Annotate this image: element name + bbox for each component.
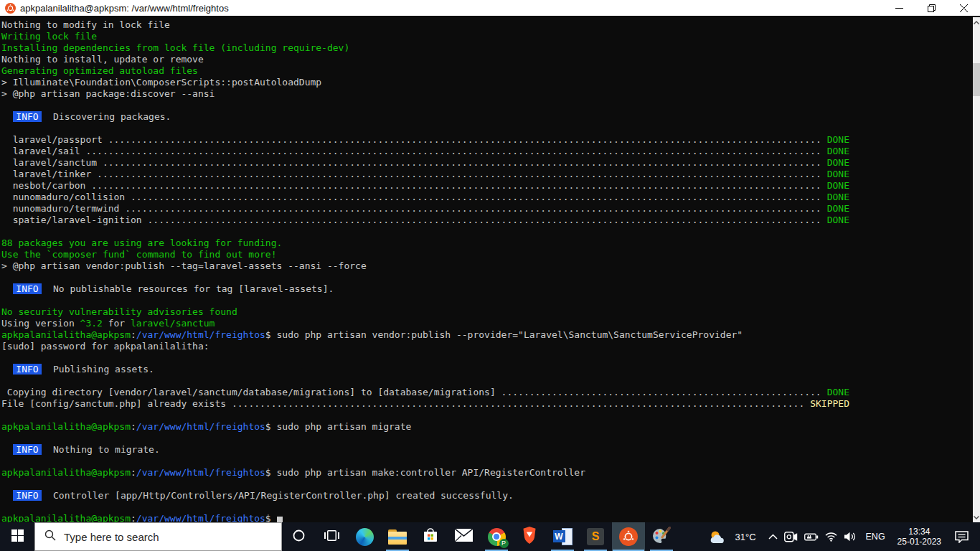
terminal-line: Use the `composer fund` command to find …: [1, 249, 973, 260]
action-center-icon[interactable]: [951, 531, 973, 543]
terminal-line: Writing lock file: [1, 31, 973, 42]
terminal-line: Generating optimized autoload files: [1, 65, 973, 77]
text-segment: apkpalanilalitha@apkpsm: [1, 421, 131, 432]
text-segment: DONE: [821, 146, 849, 157]
terminal-line: INFO No publishable resources for tag [l…: [1, 283, 973, 295]
search-icon: [44, 529, 56, 544]
text-segment: DONE: [821, 169, 849, 180]
taskbar-chrome-button[interactable]: P: [480, 522, 513, 551]
terminal-line: apkpalanilalitha@apkpsm:/var/www/html/fr…: [1, 421, 973, 433]
scrollbar-thumb[interactable]: [973, 63, 980, 96]
clock[interactable]: 13:34 25-01-2023: [895, 527, 944, 547]
meet-now-icon[interactable]: [784, 532, 798, 542]
terminal-line: INFO Controller [app/Http/Controllers/AP…: [1, 490, 973, 501]
brave-icon: [522, 527, 537, 547]
terminal-line: laravel/sanctum ........................…: [1, 157, 849, 169]
terminal-line: nunomaduro/termwind ....................…: [1, 203, 849, 215]
taskbar-paint-button[interactable]: [645, 522, 678, 551]
text-segment: Generating optimized autoload files: [1, 65, 198, 76]
terminal-line: [1, 410, 973, 421]
terminal-line: > Illuminate\Foundation\ComposerScripts:…: [1, 77, 973, 88]
terminal-line: [sudo] password for apkpalanilalitha:: [1, 341, 973, 352]
terminal-line: [1, 501, 973, 513]
scroll-up-icon[interactable]: [973, 17, 980, 27]
text-segment: laravel/sanctum: [131, 318, 215, 329]
text-segment: [1, 490, 13, 501]
paint-palette-icon: [652, 527, 671, 547]
terminal-line: 88 packages you are using are looking fo…: [1, 237, 973, 249]
text-segment: DONE: [821, 203, 849, 215]
text-segment: DONE: [821, 157, 849, 169]
terminal-line: [1, 352, 973, 364]
taskbar-file-explorer-button[interactable]: [381, 522, 414, 551]
wifi-icon[interactable]: [825, 532, 837, 542]
text-segment: /var/www/html/freightos: [136, 467, 265, 478]
mail-icon: [455, 529, 473, 545]
text-segment: apkpalanilalitha@apkpsm: [1, 329, 131, 340]
text-segment: DONE: [821, 134, 849, 146]
terminal-scrollbar[interactable]: [973, 17, 980, 522]
text-segment: INFO: [13, 283, 42, 294]
file-explorer-icon: [388, 529, 407, 545]
taskbar-mail-button[interactable]: [447, 522, 480, 551]
text-segment: laravel/sanctum: [1, 157, 103, 169]
text-segment: nunomaduro/termwind: [1, 203, 125, 215]
text-segment: ^3.2: [80, 318, 103, 329]
close-button[interactable]: [948, 0, 980, 16]
terminal-line: File [config/sanctum.php] already exists…: [1, 398, 849, 410]
terminal-output[interactable]: Nothing to modify in lock fileWriting lo…: [0, 17, 973, 522]
cortana-button[interactable]: [282, 522, 315, 551]
language-indicator[interactable]: ENG: [863, 532, 888, 542]
terminal-line: Nothing to modify in lock file: [1, 19, 973, 31]
text-segment: Using version: [1, 318, 80, 329]
text-segment: apkpalanilalitha@apkpsm: [1, 467, 131, 478]
text-segment: DONE: [821, 192, 849, 203]
task-view-button[interactable]: [315, 522, 348, 551]
battery-icon[interactable]: [804, 533, 819, 541]
text-segment: sudo php artisan make:controller API/Reg…: [271, 467, 585, 478]
text-segment: Use the `composer fund` command to find …: [1, 249, 277, 260]
text-segment: for: [103, 318, 131, 329]
taskbar-store-button[interactable]: [414, 522, 447, 551]
terminal-line: INFO Publishing assets.: [1, 364, 973, 375]
microsoft-store-icon: [422, 527, 439, 547]
windows-logo-icon: [11, 529, 24, 545]
text-segment: 88 packages you are using are looking fo…: [1, 237, 282, 248]
taskbar-brave-button[interactable]: [513, 522, 546, 551]
text-segment: INFO: [13, 444, 42, 455]
terminal-line: > @php artisan package:discover --ansi: [1, 88, 973, 100]
terminal-line: [1, 272, 973, 283]
text-segment: INFO: [13, 490, 42, 501]
taskbar-search-input[interactable]: Type here to search: [34, 522, 282, 551]
weather-icon[interactable]: [708, 529, 727, 545]
chevron-up-icon[interactable]: [768, 534, 778, 540]
text-segment: laravel/tinker: [1, 169, 97, 180]
taskbar-sublime-button[interactable]: S: [579, 522, 612, 551]
text-segment: File [config/sanctum.php] already exists: [1, 398, 232, 410]
text-segment: sudo php artisan vendor:publish --provid…: [271, 329, 743, 340]
taskbar-ubuntu-terminal-button[interactable]: [612, 522, 645, 551]
text-segment: INFO: [13, 364, 42, 375]
terminal-window-titlebar: apkpalanilalitha@apkpsm: /var/www/html/f…: [0, 0, 980, 17]
dot-leader: ........................................…: [125, 203, 821, 215]
volume-icon[interactable]: [844, 532, 857, 542]
terminal-line: nesbot/carbon ..........................…: [1, 180, 849, 192]
taskbar-word-button[interactable]: W: [546, 522, 579, 551]
text-segment: Controller [app/Http/Controllers/API/Reg…: [42, 490, 513, 501]
scroll-down-icon[interactable]: [973, 512, 980, 522]
text-segment: :: [131, 421, 136, 432]
text-segment: Installing dependencies from lock file (…: [1, 42, 349, 53]
text-segment: No publishable resources for tag [larave…: [42, 283, 334, 294]
temperature-label[interactable]: 31°C: [735, 532, 755, 542]
terminal-line: laravel/tinker .........................…: [1, 169, 849, 180]
start-button[interactable]: [0, 522, 34, 551]
dot-leader: ........................................…: [501, 387, 821, 398]
taskbar-edge-button[interactable]: [348, 522, 381, 551]
text-segment: DONE: [821, 215, 849, 226]
terminal-line: INFO Nothing to migrate.: [1, 444, 973, 456]
minimize-button[interactable]: [883, 0, 915, 16]
chrome-icon: P: [488, 528, 506, 546]
restore-button[interactable]: [915, 0, 948, 16]
dot-leader: ........................................…: [148, 215, 821, 226]
text-segment: No security vulnerability advisories fou…: [1, 306, 237, 317]
